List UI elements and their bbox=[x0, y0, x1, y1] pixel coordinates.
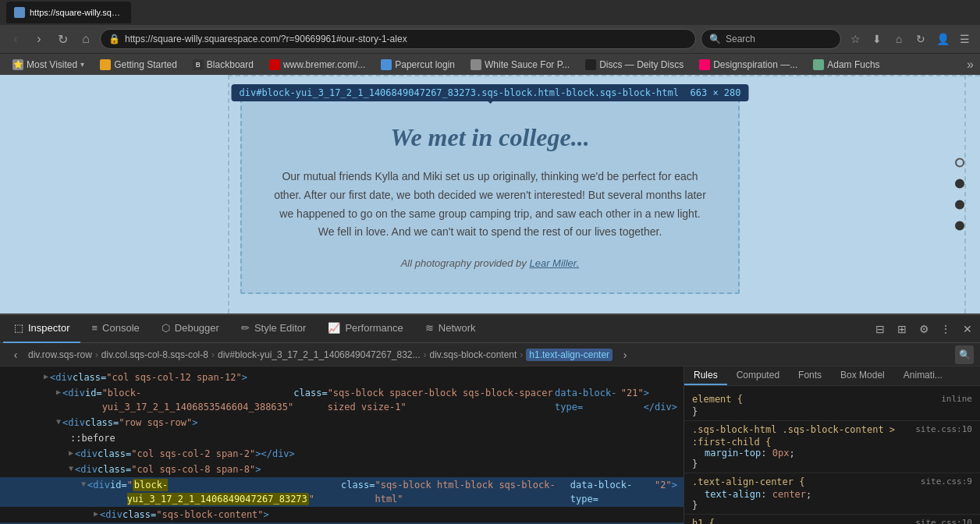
tab-debugger[interactable]: ⬡ Debugger bbox=[151, 315, 230, 343]
search-bar[interactable]: 🔍 Search bbox=[701, 29, 841, 49]
discs-icon bbox=[585, 59, 596, 70]
breadcrumb-item-5[interactable]: h1.text-align-center bbox=[526, 349, 612, 361]
html-line-selected[interactable]: ▼ <div id="block-yui_3_17_2_1_1406849047… bbox=[0, 477, 684, 507]
css-tab-box-model[interactable]: Box Model bbox=[831, 366, 894, 385]
html-line[interactable]: ▶ <div class="col sqs-col-12 span-12"> bbox=[0, 370, 684, 385]
bookmark-getting-started[interactable]: Getting Started bbox=[94, 58, 183, 72]
css-selector: .sqs-block-html .sqs-block-content > bbox=[692, 424, 895, 435]
performance-icon: 📈 bbox=[328, 322, 340, 334]
css-selector: .text-align-center { bbox=[692, 476, 805, 487]
html-line[interactable]: ▶ <div id="block-yui_3_17_2_1_1406853546… bbox=[0, 385, 684, 415]
html-line[interactable]: ▶ <div class="col sqs-col-2 span-2"></di… bbox=[0, 446, 684, 462]
html-line[interactable]: ▼ <div class="row sqs-row"> bbox=[0, 415, 684, 430]
address-bar[interactable]: 🔒 https://square-willy.squarespace.com/?… bbox=[100, 29, 696, 49]
bookmark-most-visited[interactable]: ⭐ Most Visited ▾ bbox=[6, 58, 91, 72]
toggle-icon[interactable]: ▶ bbox=[44, 370, 48, 382]
bookmark-star-icon[interactable]: ☆ bbox=[846, 30, 865, 48]
toggle-icon[interactable]: ▶ bbox=[56, 386, 61, 398]
nav-dot-3[interactable] bbox=[955, 200, 964, 210]
css-tab-fonts[interactable]: Fonts bbox=[789, 366, 831, 385]
breadcrumb-item-4[interactable]: div.sqs-block-content bbox=[430, 349, 517, 360]
bookmark-bremer[interactable]: www.bremer.com/... bbox=[263, 58, 371, 72]
devtools-close-icon[interactable]: ✕ bbox=[958, 320, 977, 338]
html-line[interactable]: ▼ <div class="col sqs-col-8 span-8"> bbox=[0, 462, 684, 477]
search-text: Search bbox=[726, 34, 755, 44]
white-sauce-label: White Sauce For P... bbox=[485, 59, 570, 70]
css-source: inline bbox=[941, 394, 972, 406]
content-footer: All photography provided by Lear Miller. bbox=[273, 257, 707, 269]
bookmark-discs[interactable]: Discs — Deity Discs bbox=[579, 58, 690, 72]
content-heading: We met in college... bbox=[273, 123, 707, 152]
reload-button[interactable]: ↻ bbox=[53, 30, 72, 48]
nav-dot-2[interactable] bbox=[955, 179, 964, 189]
nav-icons: ☆ ⬇ ⌂ ↻ 👤 ☰ bbox=[846, 30, 974, 48]
menu-icon[interactable]: ☰ bbox=[955, 30, 974, 48]
devtools-split-icon[interactable]: ⊞ bbox=[893, 320, 911, 338]
toggle-icon[interactable]: ▼ bbox=[81, 478, 86, 490]
blackboard-label: Blackboard bbox=[207, 59, 254, 70]
breadcrumb-forward-icon[interactable]: › bbox=[616, 345, 634, 364]
html-line[interactable]: ::before bbox=[0, 430, 684, 446]
css-source: site.css:10 bbox=[915, 424, 972, 437]
tab-inspector[interactable]: ⬚ Inspector bbox=[3, 315, 80, 343]
breadcrumb-item-2[interactable]: div.col.sqs-col-8.sqs-col-8 bbox=[101, 349, 208, 360]
devtools-more-icon[interactable]: ⋮ bbox=[936, 320, 955, 338]
css-tabs: Rules Computed Fonts Box Model Animati..… bbox=[684, 366, 980, 386]
network-label: Network bbox=[439, 322, 476, 334]
breadcrumb-sep-4: › bbox=[520, 349, 523, 360]
toggle-icon[interactable]: ▶ bbox=[94, 508, 98, 519]
breadcrumb-search-button[interactable]: 🔍 bbox=[955, 345, 974, 364]
white-sauce-icon bbox=[470, 59, 481, 70]
breadcrumb-item-3[interactable]: div#block-yui_3_17_2_1_1406849047267_832… bbox=[218, 349, 421, 360]
css-tab-computed[interactable]: Computed bbox=[727, 366, 789, 385]
active-tab[interactable]: https://square-willy.squarespace.com/?r=… bbox=[6, 2, 131, 23]
back-button[interactable]: ‹ bbox=[6, 30, 25, 48]
bookmark-blackboard[interactable]: B Blackboard bbox=[186, 58, 260, 72]
html-line[interactable]: ▶ <div class="sqs-block-content"> bbox=[0, 507, 684, 522]
nav-bar: ‹ › ↻ ⌂ 🔒 https://square-willy.squarespa… bbox=[0, 25, 980, 53]
breadcrumb-back-icon[interactable]: ‹ bbox=[6, 345, 25, 364]
toggle-icon[interactable]: ▼ bbox=[69, 462, 73, 474]
home-nav-icon[interactable]: ⌂ bbox=[889, 30, 908, 48]
lock-icon: 🔒 bbox=[108, 34, 120, 44]
toggle-icon[interactable]: ▶ bbox=[69, 447, 73, 458]
dashed-border-left bbox=[228, 75, 229, 313]
bookmarks-more-button[interactable]: » bbox=[967, 58, 974, 72]
devtools-settings-icon[interactable]: ⚙ bbox=[914, 320, 933, 338]
tab-network[interactable]: ≋ Network bbox=[414, 315, 487, 343]
css-selector: element { bbox=[692, 394, 743, 405]
css-tab-rules[interactable]: Rules bbox=[684, 366, 727, 385]
nav-dot-1[interactable] bbox=[955, 158, 964, 168]
breadcrumb-item-1[interactable]: div.row.sqs-row bbox=[28, 349, 92, 360]
search-icon: 🔍 bbox=[709, 34, 721, 44]
papercut-label: Papercut login bbox=[395, 59, 455, 70]
bookmark-papercut[interactable]: Papercut login bbox=[375, 58, 461, 72]
devtools-dock-icon[interactable]: ⊟ bbox=[871, 320, 889, 338]
bookmark-designspiration[interactable]: Designspiration —... bbox=[693, 58, 804, 72]
home-button[interactable]: ⌂ bbox=[76, 30, 95, 48]
sync-icon[interactable]: ↻ bbox=[911, 30, 930, 48]
download-icon[interactable]: ⬇ bbox=[868, 30, 886, 48]
user-icon[interactable]: 👤 bbox=[933, 30, 952, 48]
most-visited-label: Most Visited bbox=[27, 59, 77, 70]
style-editor-label: Style Editor bbox=[254, 322, 306, 334]
forward-button[interactable]: › bbox=[30, 30, 48, 48]
css-rule-h1: h1 { site.css:10 font-family: "brandon-g… bbox=[684, 515, 980, 524]
footer-link[interactable]: Lear Miller. bbox=[529, 257, 579, 269]
toggle-icon[interactable]: ▼ bbox=[56, 416, 61, 427]
bookmark-adam-fuchs[interactable]: Adam Fuchs bbox=[807, 58, 886, 72]
tab-console[interactable]: ≡ Console bbox=[80, 315, 150, 343]
css-tab-animations[interactable]: Animati... bbox=[894, 366, 952, 385]
dashed-border-right bbox=[964, 75, 966, 313]
bookmark-white-sauce[interactable]: White Sauce For P... bbox=[464, 58, 576, 72]
tab-performance[interactable]: 📈 Performance bbox=[317, 315, 414, 343]
getting-started-label: Getting Started bbox=[114, 59, 177, 70]
css-rule-text-align: .text-align-center { site.css:9 text-ali… bbox=[684, 473, 980, 515]
html-panel: ▶ <div class="col sqs-col-12 span-12"> ▶… bbox=[0, 366, 684, 524]
tab-style-editor[interactable]: ✏ Style Editor bbox=[230, 315, 317, 343]
dashed-border-top bbox=[228, 75, 980, 76]
content-block: We met in college... Our mutual friends … bbox=[240, 98, 740, 294]
css-property: text-align bbox=[705, 489, 761, 500]
css-value: center bbox=[772, 489, 806, 500]
nav-dot-4[interactable] bbox=[955, 221, 964, 231]
